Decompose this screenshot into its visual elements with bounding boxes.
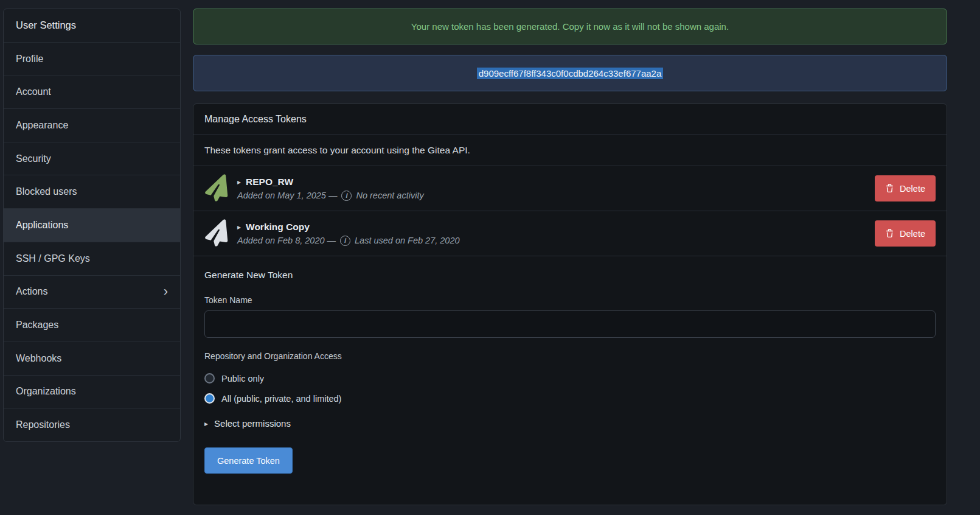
select-permissions-label: Select permissions — [214, 418, 291, 429]
token-name: REPO_RW — [246, 177, 293, 187]
generate-token-button[interactable]: Generate Token — [204, 447, 293, 474]
token-info: ▸ REPO_RW Added on May 1, 2025 — i No re… — [237, 177, 875, 201]
alert-message: Your new token has been generated. Copy … — [411, 21, 729, 32]
form-heading: Generate New Token — [204, 270, 936, 281]
token-row: ▸ REPO_RW Added on May 1, 2025 — i No re… — [193, 166, 947, 211]
delete-token-button[interactable]: Delete — [875, 220, 936, 247]
delete-button-label: Delete — [900, 229, 925, 239]
panel-description: These tokens grant access to your accoun… — [193, 135, 947, 166]
sidebar-item-label: Actions — [16, 286, 47, 297]
sidebar-item-profile[interactable]: Profile — [4, 43, 180, 76]
token-meta: Added on May 1, 2025 — i No recent activ… — [237, 191, 875, 201]
sidebar-item-blocked-users[interactable]: Blocked users — [4, 175, 180, 209]
sidebar-item-webhooks[interactable]: Webhooks — [4, 342, 180, 376]
radio-all-access[interactable] — [204, 393, 215, 404]
token-activity: No recent activity — [356, 191, 423, 200]
trash-icon — [885, 229, 894, 238]
token-activity: Last used on Feb 27, 2020 — [355, 236, 460, 245]
sidebar-item-label: Applications — [16, 220, 68, 231]
sidebar-item-label: Appearance — [16, 120, 68, 131]
manage-tokens-panel: Manage Access Tokens These tokens grant … — [193, 103, 947, 505]
select-permissions-toggle[interactable]: ▸ Select permissions — [204, 418, 936, 429]
trash-icon — [885, 184, 894, 193]
collapsed-triangle-icon: ▸ — [237, 223, 241, 231]
sidebar-item-packages[interactable]: Packages — [4, 309, 180, 342]
sidebar-item-organizations[interactable]: Organizations — [4, 376, 180, 409]
token-generated-alert: Your new token has been generated. Copy … — [193, 9, 947, 44]
sidebar-item-label: Repositories — [16, 419, 70, 430]
panel-header: Manage Access Tokens — [193, 104, 947, 135]
info-icon: i — [340, 236, 350, 246]
radio-label: Public only — [221, 374, 264, 384]
access-scope-label: Repository and Organization Access — [204, 351, 936, 361]
sidebar-item-label: Blocked users — [16, 186, 77, 197]
sidebar-item-ssh-gpg-keys[interactable]: SSH / GPG Keys — [4, 242, 180, 276]
delete-button-label: Delete — [900, 184, 925, 194]
sidebar-item-label: Webhooks — [16, 353, 61, 364]
sidebar-item-account[interactable]: Account — [4, 75, 180, 109]
radio-label: All (public, private, and limited) — [221, 394, 341, 404]
sidebar-item-security[interactable]: Security — [4, 142, 180, 176]
token-added-date: Added on Feb 8, 2020 — — [237, 236, 336, 245]
token-name-input[interactable] — [204, 310, 936, 338]
token-info: ▸ Working Copy Added on Feb 8, 2020 — i … — [237, 222, 875, 246]
token-value[interactable]: d909ecff67f8ff343c0f0cdbd264c33ef677aa2a — [477, 68, 664, 79]
sidebar-item-label: Organizations — [16, 386, 76, 397]
page: User Settings Profile Account Appearance… — [0, 0, 980, 515]
settings-sidebar: User Settings Profile Account Appearance… — [3, 9, 181, 442]
collapsed-triangle-icon: ▸ — [204, 420, 208, 427]
sidebar-item-appearance[interactable]: Appearance — [4, 109, 180, 142]
sidebar-item-actions[interactable]: Actions › — [4, 276, 180, 309]
sidebar-item-label: Profile — [16, 54, 43, 65]
sidebar-item-label: Security — [16, 153, 51, 164]
sidebar-item-label: Packages — [16, 320, 58, 331]
paper-plane-icon — [202, 219, 231, 248]
token-title-row[interactable]: ▸ Working Copy — [237, 222, 875, 233]
token-meta: Added on Feb 8, 2020 — i Last used on Fe… — [237, 236, 875, 246]
token-name-label: Token Name — [204, 295, 936, 305]
sidebar-item-repositories[interactable]: Repositories — [4, 408, 180, 441]
radio-row-all-access[interactable]: All (public, private, and limited) — [204, 388, 936, 408]
generate-token-form: Generate New Token Token Name Repository… — [193, 256, 947, 505]
sidebar-item-label: Account — [16, 86, 51, 97]
delete-token-button[interactable]: Delete — [875, 175, 936, 201]
token-row: ▸ Working Copy Added on Feb 8, 2020 — i … — [193, 211, 947, 256]
radio-public-only[interactable] — [204, 373, 215, 384]
radio-row-public-only[interactable]: Public only — [204, 368, 936, 388]
sidebar-item-applications[interactable]: Applications — [4, 209, 180, 242]
token-title-row[interactable]: ▸ REPO_RW — [237, 177, 875, 187]
chevron-right-icon: › — [164, 285, 168, 298]
token-name: Working Copy — [246, 222, 310, 233]
sidebar-title: User Settings — [4, 9, 180, 43]
sidebar-title-label: User Settings — [16, 19, 76, 31]
panel-title: Manage Access Tokens — [204, 114, 307, 124]
token-added-date: Added on May 1, 2025 — — [237, 191, 337, 200]
info-icon: i — [341, 191, 352, 201]
collapsed-triangle-icon: ▸ — [237, 178, 241, 186]
new-token-panel: d909ecff67f8ff343c0f0cdbd264c33ef677aa2a — [193, 55, 947, 91]
generate-token-label: Generate Token — [217, 456, 280, 466]
paper-plane-icon — [202, 173, 231, 203]
sidebar-item-label: SSH / GPG Keys — [16, 253, 90, 264]
